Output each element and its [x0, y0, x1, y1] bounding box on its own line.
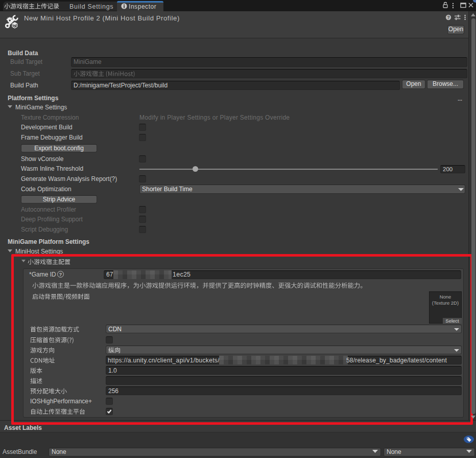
svg-text:?: ?	[447, 15, 449, 20]
